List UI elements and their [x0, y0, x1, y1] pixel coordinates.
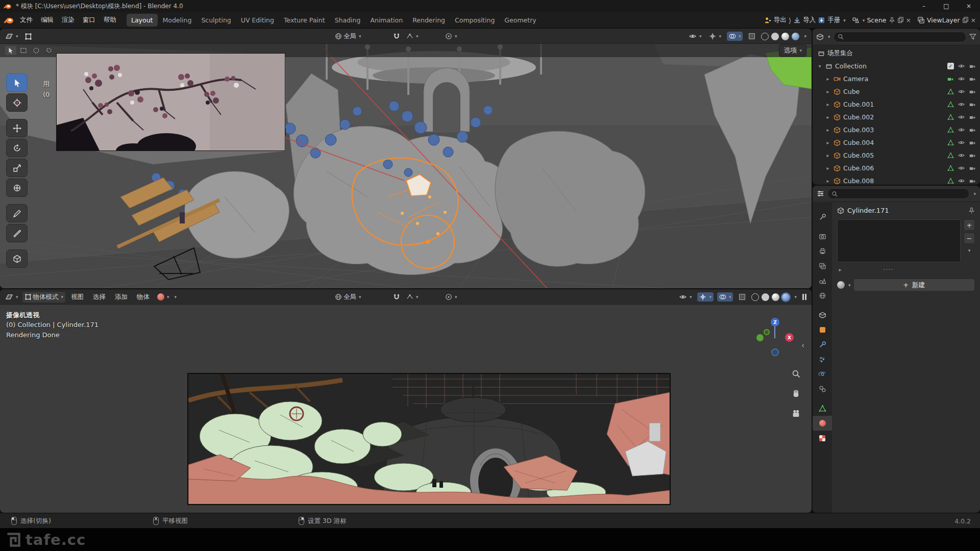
transform-orientation-button[interactable]: 全局 ▾	[333, 31, 363, 42]
scene-collection-label[interactable]: 场景集合	[827, 49, 853, 58]
menu-window[interactable]: 窗口	[79, 14, 100, 27]
remove-slot-button[interactable]: −	[964, 233, 975, 244]
outliner-row-cube005[interactable]: ▸ Cube.005	[813, 149, 980, 162]
shading-wireframe-button[interactable]	[761, 33, 769, 40]
snap-toggle-button[interactable]	[391, 32, 402, 41]
object-mode-dropdown[interactable]: 物体模式 ▾	[22, 292, 66, 303]
snap-toggle-button-2[interactable]	[391, 292, 402, 302]
hide-eye-icon[interactable]	[958, 127, 965, 133]
workspace-tab-rendering[interactable]: Rendering	[408, 14, 450, 27]
shading-material-button[interactable]	[781, 33, 789, 40]
gizmos-button-2[interactable]: ▾	[697, 292, 714, 302]
scene-browse-chevron-icon[interactable]: ▾	[863, 18, 865, 23]
transform-orientation-button-2[interactable]: 全局 ▾	[333, 292, 363, 303]
shading-rendered-button[interactable]	[792, 33, 799, 40]
collection-label[interactable]: Collection	[835, 62, 867, 70]
outliner-mode-chevron-icon[interactable]: ▾	[828, 34, 830, 39]
outliner-item-label[interactable]: Cube.006	[843, 164, 874, 172]
collection-expand-icon[interactable]: ▾	[817, 63, 823, 69]
tab-texture[interactable]	[813, 431, 832, 445]
editor-type-button-2[interactable]: ▾	[3, 292, 20, 302]
hide-eye-icon[interactable]	[958, 165, 965, 171]
shading-material-button-2[interactable]	[772, 293, 779, 301]
navigation-gizmo[interactable]: Z X	[754, 317, 795, 358]
browse-material-icon[interactable]	[837, 281, 845, 289]
xray-toggle-button[interactable]	[746, 32, 757, 41]
browse-material-chevron-icon[interactable]: ▾	[848, 283, 851, 288]
tab-render[interactable]	[813, 229, 832, 244]
menu-render[interactable]: 渲染	[58, 14, 79, 27]
close-button[interactable]: ×	[958, 0, 980, 12]
properties-search-input[interactable]	[827, 188, 969, 199]
menu-help[interactable]: 帮助	[100, 14, 120, 27]
manual-button[interactable]: 手册	[827, 16, 840, 24]
show-object-types-button[interactable]: ▾	[687, 32, 704, 41]
camera-view-button[interactable]	[789, 407, 802, 420]
tab-particles[interactable]	[813, 352, 832, 367]
maximize-button[interactable]: □	[935, 0, 958, 12]
hide-eye-icon[interactable]	[958, 152, 965, 159]
addons-chevron-icon[interactable]: ▾	[843, 18, 846, 23]
hide-eye-icon[interactable]	[958, 88, 965, 95]
gizmos-button[interactable]: ▾	[707, 32, 723, 41]
collection-checkbox[interactable]: ✓	[947, 63, 954, 69]
gizmo-z-neg-axis[interactable]	[771, 348, 779, 356]
tool-rotate[interactable]	[6, 139, 28, 157]
outliner-row-cube008[interactable]: ▸ Cube.008	[813, 174, 980, 185]
camera-expand-icon[interactable]: ▸	[825, 76, 831, 82]
workspace-tab-layout[interactable]: Layout	[127, 14, 158, 27]
tab-view-layer[interactable]	[813, 259, 832, 273]
blender-menu-logo-icon[interactable]	[4, 15, 14, 25]
outliner-row-cube004[interactable]: ▸ Cube.004	[813, 136, 980, 149]
select-mode-lasso-button[interactable]	[43, 46, 55, 55]
vp2-menu-select[interactable]: 选择	[89, 291, 109, 303]
outliner-item-label[interactable]: Cube.001	[843, 101, 874, 108]
snap-settings-button-2[interactable]: ▾	[404, 292, 421, 302]
render-camera-icon[interactable]	[969, 102, 976, 108]
view-layer-remove-icon[interactable]: ×	[971, 16, 976, 24]
vp2-extra-chevron-icon[interactable]: ▾	[175, 294, 177, 299]
viewport-3d-top[interactable]: ▾ 全局 ▾	[0, 29, 812, 288]
tab-object-data[interactable]	[813, 401, 832, 416]
select-mode-box-button[interactable]	[18, 46, 29, 55]
pan-hand-button[interactable]	[789, 387, 802, 400]
tool-measure[interactable]	[6, 224, 28, 242]
outliner-row-cube003[interactable]: ▸ Cube.003	[813, 123, 980, 136]
expand-icon[interactable]: ▸	[825, 140, 831, 145]
tool-annotate[interactable]	[6, 204, 28, 222]
outliner-row-cube006[interactable]: ▸ Cube.006	[813, 162, 980, 174]
xray-toggle-button-2[interactable]	[737, 292, 748, 302]
scene-name[interactable]: Scene	[867, 16, 886, 24]
workspace-tab-modeling[interactable]: Modeling	[158, 14, 197, 27]
hide-eye-icon[interactable]	[958, 76, 965, 82]
shading-wireframe-button-2[interactable]	[751, 293, 759, 301]
tab-collection[interactable]	[813, 308, 832, 322]
hide-eye-icon[interactable]	[958, 114, 965, 120]
tool-scale[interactable]	[6, 159, 28, 177]
viewport-3d-camera[interactable]: ▾ 物体模式 ▾ 视图 选择 添加 物体 ▾ ▾	[0, 289, 812, 513]
expand-icon[interactable]: ▸	[825, 165, 831, 171]
view-layer-name[interactable]: ViewLayer	[927, 16, 960, 24]
editor-type-button[interactable]: ▾	[3, 31, 20, 41]
outliner-row-cube001[interactable]: ▸ Cube.001	[813, 98, 980, 111]
properties-editor-icon[interactable]	[817, 190, 824, 197]
shading-solid-button-2[interactable]	[762, 293, 769, 301]
tab-modifiers[interactable]	[813, 337, 832, 352]
expand-icon[interactable]: ▸	[825, 102, 831, 107]
breadcrumb-object-name[interactable]: Cylinder.171	[847, 207, 889, 214]
outliner-row-cube[interactable]: ▸ Cube	[813, 85, 980, 98]
vp2-menu-object[interactable]: 物体	[133, 291, 153, 303]
workspace-tab-uv-editing[interactable]: UV Editing	[236, 14, 279, 27]
overlays-button-2[interactable]: ▾	[717, 292, 733, 302]
tool-transform[interactable]	[6, 179, 28, 197]
workspace-tab-geometry[interactable]: Geometry	[500, 14, 541, 27]
render-camera-icon[interactable]	[969, 178, 976, 184]
expand-icon[interactable]: ▸	[825, 153, 831, 158]
workspace-tab-sculpting[interactable]: Sculpting	[197, 14, 235, 27]
expand-icon[interactable]: ▸	[825, 89, 831, 94]
outliner-item-label[interactable]: Cube	[843, 88, 860, 95]
shading-chevron-icon-2[interactable]: ▾	[794, 294, 797, 299]
outliner-search-input[interactable]	[834, 32, 966, 42]
vp2-menu-view[interactable]: 视图	[67, 291, 87, 303]
outliner-item-label[interactable]: Cube.002	[843, 113, 874, 121]
